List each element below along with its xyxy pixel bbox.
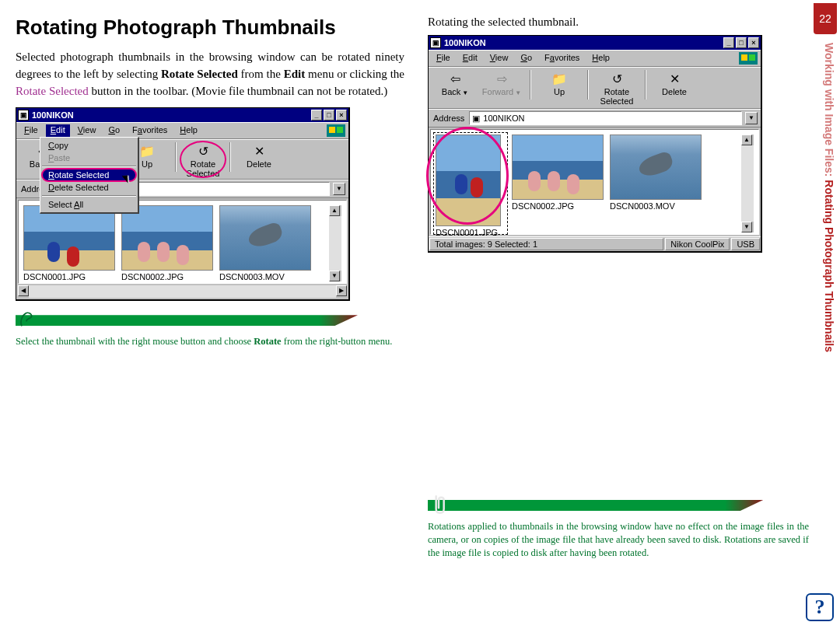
paperclip-icon xyxy=(431,494,446,515)
dd-copy[interactable]: Copy xyxy=(42,139,136,152)
page-title: Rotating Photograph Thumbnails xyxy=(16,16,404,40)
menu-view-2[interactable]: View xyxy=(485,52,513,65)
menu-go-2[interactable]: Go xyxy=(516,52,537,65)
tb-rotate-selected[interactable]: ↺RotateSelected xyxy=(181,142,225,176)
help-icon[interactable]: ? xyxy=(806,593,834,621)
status-bar: Total images: 9 Selected: 1 Nikon CoolPi… xyxy=(429,236,761,251)
window-titlebar[interactable]: ▣ 100NIKON _ □ × xyxy=(16,108,348,122)
dd-select-all[interactable]: Select All xyxy=(42,198,136,211)
menu-favorites-2[interactable]: Favorites xyxy=(540,52,584,65)
address-dropdown-arrow-2[interactable]: ▼ xyxy=(745,112,758,124)
app-logo-icon xyxy=(327,124,345,137)
toolbar-2: ⇦Back▼ ⇨Forward▼ 📁Up ↺RotateSelected ✕De… xyxy=(429,67,761,109)
p1b: Rotate Selected xyxy=(161,68,238,80)
status-conn: USB xyxy=(731,238,760,250)
scroll-left-icon[interactable]: ◀ xyxy=(18,285,29,296)
dd-rotate-selected[interactable]: Rotate Selected xyxy=(42,169,136,181)
left-column: Rotating Photograph Thumbnails Selected … xyxy=(16,16,404,613)
right-caption: Rotating the selected thumbnail. xyxy=(428,16,809,29)
scroll-down-icon-2[interactable]: ▼ xyxy=(741,222,752,232)
screenshot-edit-menu: ▣ 100NIKON _ □ × File Edit View Go Favor… xyxy=(16,107,350,301)
scroll-right-icon[interactable]: ▶ xyxy=(336,285,347,296)
right-column: Rotating the selected thumbnail. ▣ 100NI… xyxy=(428,16,809,613)
maximize-button[interactable]: □ xyxy=(324,110,334,121)
thumb-3-b[interactable]: DSCN0003.MOV xyxy=(610,135,702,232)
close-button-2[interactable]: × xyxy=(748,37,759,48)
window-title-text: 100NIKON xyxy=(32,110,74,120)
address-field-2[interactable]: ▣ 100NIKON xyxy=(469,111,742,125)
thumb-2-label: DSCN0002.JPG xyxy=(121,271,213,281)
maximize-button-2[interactable]: □ xyxy=(736,37,747,48)
tb-rotate-selected-2[interactable]: ↺RotateSelected xyxy=(593,70,640,106)
window-icon-2: ▣ xyxy=(430,37,441,48)
window-title-text-2: 100NIKON xyxy=(444,38,486,47)
thumb-1-label-2: DSCN0001.JPG xyxy=(436,226,506,237)
thumb-3[interactable]: DSCN0003.MOV xyxy=(219,205,311,281)
screenshot-rotated: ▣ 100NIKON _ □ × File Edit View Go Favor… xyxy=(428,35,762,253)
menu-edit[interactable]: Edit xyxy=(46,124,70,137)
menubar: File Edit View Go Favorites Help Copy Pa… xyxy=(16,122,348,139)
p1d: Edit xyxy=(284,68,306,80)
page-number-tab: 22 xyxy=(814,3,837,34)
hscrollbar[interactable]: ◀ ▶ xyxy=(18,285,347,298)
tip-ribbon xyxy=(16,309,404,332)
thumb-2-label-2: DSCN0002.JPG xyxy=(512,200,604,211)
menu-edit-2[interactable]: Edit xyxy=(458,52,482,65)
dd-paste: Paste xyxy=(42,152,136,164)
menu-file[interactable]: File xyxy=(19,124,43,137)
menu-view[interactable]: View xyxy=(73,124,101,137)
address-dropdown-arrow[interactable]: ▼ xyxy=(333,183,345,195)
folder-icon-2: ▣ xyxy=(472,114,480,124)
menu-favorites[interactable]: Favorites xyxy=(128,124,172,137)
dd-delete-selected[interactable]: Delete Selected xyxy=(42,181,136,194)
minimize-button-2[interactable]: _ xyxy=(723,37,734,48)
thumb-3-label: DSCN0003.MOV xyxy=(219,271,311,281)
thumb-3-label-2: DSCN0003.MOV xyxy=(610,200,702,211)
address-label-2: Address xyxy=(432,114,466,123)
menu-help-2[interactable]: Help xyxy=(587,52,614,65)
tb-back-2[interactable]: ⇦Back▼ xyxy=(432,70,478,96)
status-total: Total images: 9 Selected: 1 xyxy=(429,238,663,250)
address-bar-2: Address ▣ 100NIKON ▼ xyxy=(429,109,761,128)
app-logo-icon-2 xyxy=(739,52,758,65)
menubar-2: File Edit View Go Favorites Help xyxy=(429,50,761,67)
intro-paragraph: Selected photograph thumbnails in the br… xyxy=(16,49,404,100)
menu-file-2[interactable]: File xyxy=(432,52,455,65)
thumb-2[interactable]: DSCN0002.JPG xyxy=(121,205,213,281)
thumbnail-pane-2[interactable]: DSCN0001.JPG DSCN0002.JPG DSCN0003.MOV ▲… xyxy=(430,129,759,235)
tb-delete-2[interactable]: ✕Delete xyxy=(651,70,698,96)
note-ribbon xyxy=(428,494,809,517)
close-button[interactable]: × xyxy=(336,110,347,121)
vscrollbar[interactable]: ▲ ▼ xyxy=(329,205,341,281)
p1f: Rotate Selected xyxy=(16,85,89,97)
scroll-up-icon-2[interactable]: ▲ xyxy=(741,135,752,145)
finger-icon xyxy=(19,309,34,330)
thumb-1-label: DSCN0001.JPG xyxy=(23,271,115,281)
menu-help[interactable]: Help xyxy=(175,124,202,137)
tb-up-2[interactable]: 📁Up xyxy=(536,70,583,96)
tip-text: Select the thumbnail with the right mous… xyxy=(16,335,404,348)
p1e: menu or clicking the xyxy=(305,68,404,80)
sidebar-breadcrumb: Working with Image Files: Rotating Photo… xyxy=(823,43,835,352)
p1c: from the xyxy=(238,68,284,80)
menu-go[interactable]: Go xyxy=(103,124,124,137)
minimize-button[interactable]: _ xyxy=(311,110,322,121)
tb-forward-2: ⇨Forward▼ xyxy=(478,70,525,96)
status-device: Nikon CoolPix xyxy=(665,238,730,250)
tb-delete[interactable]: ✕Delete xyxy=(236,142,282,169)
p1g: button in the toolbar. (Movie file thumb… xyxy=(89,85,388,97)
thumb-1-rotated[interactable]: DSCN0001.JPG xyxy=(436,135,506,232)
annotation-circle xyxy=(426,127,509,225)
note-text: Rotations applied to thumbnails in the b… xyxy=(428,520,809,560)
window-icon: ▣ xyxy=(18,110,29,121)
edit-dropdown: Copy Paste Rotate Selected Delete Select… xyxy=(40,137,139,214)
thumb-1[interactable]: DSCN0001.JPG xyxy=(23,205,115,281)
scroll-down-icon[interactable]: ▼ xyxy=(329,271,340,281)
scroll-up-icon[interactable]: ▲ xyxy=(329,205,340,216)
window-titlebar-2[interactable]: ▣ 100NIKON _ □ × xyxy=(429,36,761,50)
address-value-2: 100NIKON xyxy=(483,114,524,123)
thumb-2-b[interactable]: DSCN0002.JPG xyxy=(512,135,604,232)
vscrollbar-2[interactable]: ▲ ▼ xyxy=(741,135,754,232)
